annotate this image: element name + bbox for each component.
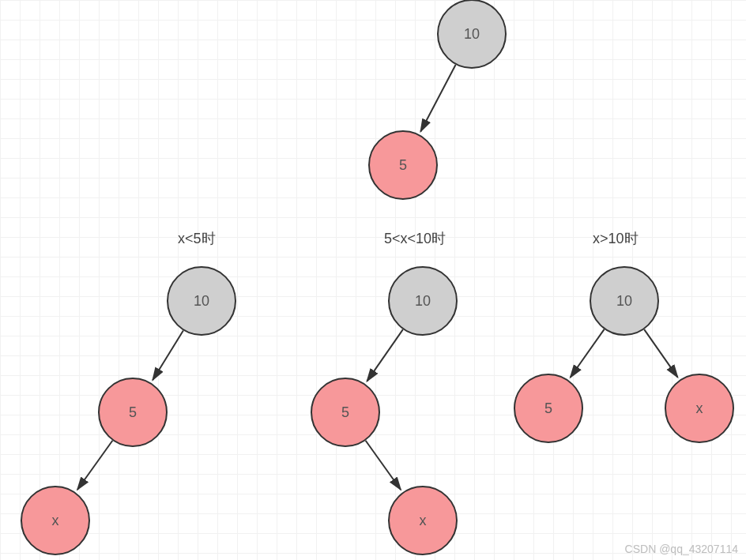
tree-lt5-root: 10: [167, 266, 236, 336]
svg-line-5: [571, 329, 605, 378]
tree-mid-child1: 5: [311, 378, 380, 447]
node-label: 5: [341, 404, 349, 421]
tree-mid-root: 10: [388, 266, 458, 336]
caption-gt10: x>10时: [593, 229, 639, 248]
tree-mid-child2: x: [388, 486, 458, 555]
caption-mid: 5<x<10时: [384, 229, 446, 248]
caption-text: x<5时: [178, 231, 216, 246]
node-label: 5: [399, 157, 407, 174]
top-tree-root-node: 10: [437, 0, 507, 69]
tree-gt10-root: 10: [590, 266, 659, 336]
watermark-text: CSDN @qq_43207114: [625, 543, 738, 555]
svg-line-2: [77, 441, 112, 490]
tree-lt5-child2: x: [21, 486, 90, 555]
diagram-canvas: 10 5 x<5时 5<x<10时 x>10时 10 5 x 10 5 x 10…: [0, 0, 746, 560]
caption-text: 5<x<10时: [384, 231, 446, 246]
tree-lt5-child1: 5: [98, 378, 168, 447]
tree-gt10-child-left: 5: [514, 374, 583, 443]
caption-text: x>10时: [593, 231, 639, 246]
watermark: CSDN @qq_43207114: [625, 543, 738, 555]
node-label: 10: [616, 293, 632, 310]
svg-line-3: [367, 329, 402, 381]
node-label: 10: [415, 293, 431, 310]
svg-line-0: [420, 65, 455, 132]
node-label: 10: [464, 26, 480, 43]
tree-gt10-child-right: x: [665, 374, 734, 443]
svg-line-4: [366, 441, 401, 490]
node-label: x: [420, 513, 427, 529]
node-label: 5: [129, 404, 137, 421]
node-label: x: [696, 400, 703, 417]
node-label: 10: [194, 293, 209, 310]
caption-lt5: x<5时: [178, 229, 216, 248]
node-label: x: [52, 513, 59, 529]
svg-line-1: [153, 330, 183, 380]
node-label: 5: [544, 400, 552, 417]
svg-line-6: [644, 329, 677, 378]
top-tree-child-node: 5: [368, 130, 438, 200]
